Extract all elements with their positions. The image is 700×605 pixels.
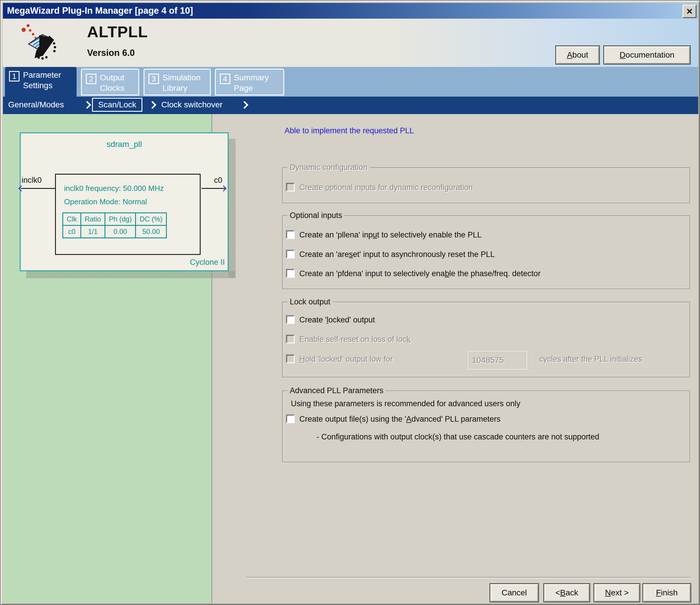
- tab-label-line1: Summary: [234, 73, 269, 82]
- group-title: Optional inputs: [288, 211, 345, 220]
- tab-output-clocks[interactable]: 2 Output Clocks: [81, 69, 139, 96]
- group-title: Dynamic configuration: [288, 163, 370, 172]
- pfdena-label: Create an 'pfdena' input to selectively …: [299, 269, 541, 278]
- chevron-right-icon: [241, 101, 248, 109]
- step-general-modes[interactable]: General/Modes: [8, 100, 64, 109]
- cell: 50.00: [136, 226, 167, 238]
- window-title: MegaWizard Plug-In Manager [page 4 of 10…: [3, 5, 193, 16]
- areset-label: Create an 'areset' input to asynchronous…: [299, 250, 495, 259]
- dynamic-reconfig-checkbox: [286, 183, 295, 191]
- tab-number-box: 1: [9, 71, 20, 81]
- col-header: Ph (dg): [105, 213, 136, 226]
- chevron-right-icon: [149, 101, 156, 109]
- pfdena-checkbox[interactable]: [286, 269, 295, 278]
- step-scan-lock[interactable]: Scan/Lock: [92, 98, 142, 112]
- dynamic-reconfig-label: Create optional inputs for dynamic recon…: [299, 183, 473, 192]
- tab-label-line1: Parameter: [23, 71, 61, 79]
- header: ALTPLL Version 6.0 About Documentation: [3, 19, 698, 67]
- tab-label-line2: Library: [162, 83, 188, 93]
- tab-label-line2: Settings: [23, 81, 52, 90]
- create-locked-checkbox[interactable]: [286, 315, 295, 324]
- status-message: Able to implement the requested PLL: [284, 126, 414, 135]
- next-button[interactable]: Next >: [594, 583, 640, 602]
- close-icon: ✕: [686, 7, 693, 16]
- cascade-note: - Configurations with output clock(s) th…: [317, 432, 599, 442]
- tab-label-line2: Clocks: [100, 83, 124, 93]
- group-title: Advanced PLL Parameters: [288, 386, 386, 395]
- tab-number-box: 4: [220, 74, 230, 84]
- col-header: DC (%): [136, 213, 167, 226]
- table-header-row: Clk Ratio Ph (dg) DC (%): [63, 213, 167, 226]
- close-button[interactable]: ✕: [682, 5, 697, 18]
- tab-number-box: 2: [86, 74, 96, 84]
- hold-cycles-input: [467, 351, 527, 370]
- input-wire: [21, 188, 55, 189]
- tab-label-line2: Page: [234, 83, 253, 93]
- tab-label-line1: Output: [100, 73, 124, 82]
- tab-parameter-settings[interactable]: 1 Parameter Settings: [5, 67, 77, 98]
- input-port-label: inclk0: [22, 176, 42, 185]
- hold-cycles-suffix: cycles after the PLL initializes: [539, 355, 642, 364]
- device-family-label: Cyclone II: [1, 258, 225, 267]
- step-bar: General/Modes Scan/Lock Clock switchover: [3, 97, 698, 114]
- step-clock-switchover[interactable]: Clock switchover: [161, 100, 222, 109]
- about-button[interactable]: About: [555, 45, 600, 64]
- create-locked-label: Create 'locked' output: [299, 315, 375, 324]
- pll-clock-table: Clk Ratio Ph (dg) DC (%) c0 1/1 0.00 50.…: [62, 212, 167, 238]
- back-button[interactable]: < Back: [543, 583, 590, 602]
- group-title: Lock output: [288, 297, 333, 307]
- cell: c0: [63, 226, 81, 238]
- advanced-output-checkbox[interactable]: [286, 414, 295, 423]
- chevron-right-icon: [83, 101, 91, 109]
- pll-frequency-line: inclk0 frequency: 50.000 MHz: [64, 184, 164, 193]
- pllena-checkbox[interactable]: [286, 230, 295, 239]
- hold-locked-label: Hold 'locked' output low for: [299, 355, 393, 364]
- table-row: c0 1/1 0.00 50.00: [63, 226, 167, 238]
- hold-locked-checkbox: [286, 354, 295, 363]
- megafunction-name: ALTPLL: [87, 23, 148, 41]
- version-label: Version 6.0: [87, 48, 135, 58]
- col-header: Ratio: [81, 213, 105, 226]
- tab-number-box: 3: [149, 74, 159, 84]
- advanced-output-label: Create output file(s) using the 'Advance…: [299, 415, 501, 424]
- megawizard-logo-icon: [21, 23, 59, 61]
- advanced-recommendation: Using these parameters is recommended fo…: [291, 399, 520, 408]
- diagram-shadow: [229, 139, 235, 278]
- cancel-button[interactable]: Cancel: [490, 583, 539, 602]
- self-reset-label: Enable self-reset on loss of lock: [299, 335, 410, 344]
- documentation-button[interactable]: Documentation: [603, 45, 691, 64]
- output-port-label: c0: [214, 176, 222, 185]
- pll-mode-line: Operation Mode: Normal: [64, 197, 147, 206]
- self-reset-checkbox: [286, 335, 295, 343]
- tab-simulation-library[interactable]: 3 Simulation Library: [144, 69, 211, 96]
- finish-button[interactable]: Finish: [642, 583, 691, 602]
- cell: 1/1: [81, 226, 105, 238]
- tab-label-line1: Simulation: [162, 73, 201, 82]
- footer-separator: [246, 577, 691, 578]
- areset-checkbox[interactable]: [286, 250, 295, 258]
- diagram-shadow: [26, 271, 235, 278]
- pll-module-name: sdram_pll: [20, 140, 229, 149]
- megawizard-window: MegaWizard Plug-In Manager [page 4 of 10…: [0, 0, 700, 605]
- tab-summary-page[interactable]: 4 Summary Page: [215, 69, 284, 96]
- pllena-label: Create an 'pllena' input to selectively …: [299, 231, 482, 239]
- col-header: Clk: [63, 213, 81, 226]
- title-bar: MegaWizard Plug-In Manager [page 4 of 10…: [3, 3, 698, 19]
- wizard-tab-bar: 1 Parameter Settings 2 Output Clocks 3 S…: [3, 67, 698, 97]
- cell: 0.00: [105, 226, 136, 238]
